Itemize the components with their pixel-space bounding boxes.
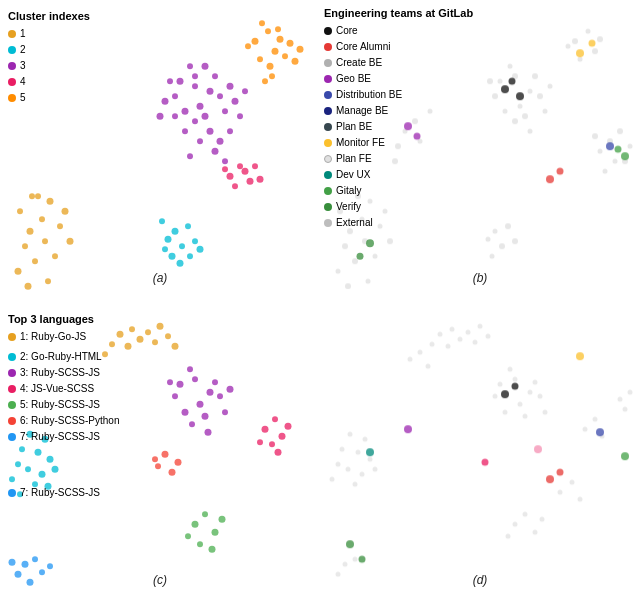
svg-point-17 <box>179 243 185 249</box>
svg-point-246 <box>583 426 588 431</box>
svg-point-67 <box>272 48 279 55</box>
svg-point-247 <box>593 416 598 421</box>
svg-point-269 <box>557 468 564 475</box>
svg-point-66 <box>265 28 271 34</box>
svg-point-223 <box>486 333 491 338</box>
svg-point-130 <box>613 159 618 164</box>
svg-point-205 <box>169 468 176 475</box>
svg-point-233 <box>353 481 358 486</box>
svg-point-271 <box>596 428 604 436</box>
svg-point-113 <box>548 84 553 89</box>
svg-point-259 <box>426 363 431 368</box>
svg-point-274 <box>359 555 366 562</box>
svg-point-264 <box>628 389 633 394</box>
svg-point-0 <box>27 228 34 235</box>
svg-point-47 <box>237 113 243 119</box>
svg-point-154 <box>125 342 132 349</box>
svg-point-225 <box>340 446 345 451</box>
svg-point-252 <box>506 533 511 538</box>
svg-point-188 <box>205 428 212 435</box>
svg-point-110 <box>522 113 528 119</box>
svg-point-178 <box>197 400 204 407</box>
svg-point-40 <box>192 118 198 124</box>
svg-point-41 <box>207 128 214 135</box>
svg-point-179 <box>212 379 218 385</box>
svg-point-65 <box>252 38 259 45</box>
svg-point-145 <box>589 40 596 47</box>
svg-point-95 <box>493 229 498 234</box>
svg-point-28 <box>192 73 198 79</box>
svg-point-75 <box>269 73 275 79</box>
svg-point-89 <box>373 254 378 259</box>
svg-point-69 <box>277 36 284 43</box>
svg-point-270 <box>404 425 412 433</box>
svg-point-14 <box>67 238 74 245</box>
panel-a-label: (a) <box>153 271 168 285</box>
legend-a-item-1: 2 <box>8 42 90 58</box>
legend-a-item-0: 1 <box>8 26 90 42</box>
svg-point-228 <box>363 436 368 441</box>
legend-b-item-4: Distribution BE <box>324 87 473 103</box>
main-grid: Cluster indexes 1 2 3 4 5 (a) <box>0 0 640 605</box>
svg-point-176 <box>207 388 214 395</box>
svg-point-11 <box>62 208 69 215</box>
svg-point-71 <box>267 63 274 70</box>
panel-c-label: (c) <box>153 573 167 587</box>
svg-point-213 <box>47 563 53 569</box>
legend-c-item-7: 7: Ruby-SCSS-JS <box>8 485 120 501</box>
svg-point-70 <box>245 43 251 49</box>
svg-point-133 <box>592 133 598 139</box>
svg-point-117 <box>586 29 591 34</box>
svg-point-58 <box>237 163 243 169</box>
svg-point-174 <box>177 380 184 387</box>
svg-point-206 <box>152 456 158 462</box>
svg-point-134 <box>628 144 633 149</box>
svg-point-216 <box>450 326 455 331</box>
svg-point-237 <box>528 389 533 394</box>
svg-point-235 <box>498 381 503 386</box>
svg-point-26 <box>197 246 204 253</box>
svg-point-8 <box>25 283 32 290</box>
svg-point-198 <box>212 528 219 535</box>
svg-point-265 <box>623 406 628 411</box>
svg-point-31 <box>197 103 204 110</box>
svg-point-7 <box>57 223 63 229</box>
legend-b-item-3: Geo BE <box>324 71 473 87</box>
svg-point-251 <box>533 529 538 534</box>
svg-point-72 <box>282 53 288 59</box>
svg-point-20 <box>169 253 176 260</box>
svg-point-59 <box>247 178 254 185</box>
scatter-d <box>320 303 640 606</box>
svg-point-36 <box>202 113 209 120</box>
legend-c-item-2: 3: Ruby-SCSS-JS <box>8 365 120 381</box>
svg-point-151 <box>129 326 135 332</box>
svg-point-105 <box>518 104 523 109</box>
svg-point-6 <box>42 238 48 244</box>
legend-b-item-11: Verify <box>324 199 473 215</box>
svg-point-44 <box>197 138 203 144</box>
svg-point-243 <box>508 366 513 371</box>
svg-point-131 <box>617 128 623 134</box>
legend-b-item-9: Dev UX <box>324 167 473 183</box>
svg-point-29 <box>207 88 214 95</box>
legend-b-item-1: Core Alumni <box>324 39 473 55</box>
svg-point-204 <box>155 463 161 469</box>
svg-point-63 <box>222 166 228 172</box>
svg-point-35 <box>187 63 193 69</box>
svg-point-46 <box>182 128 188 134</box>
svg-point-197 <box>202 511 208 517</box>
panel-d-label: (d) <box>473 573 488 587</box>
svg-point-207 <box>175 458 182 465</box>
svg-point-118 <box>592 48 598 54</box>
svg-point-78 <box>297 46 304 53</box>
svg-point-49 <box>227 128 233 134</box>
svg-point-120 <box>597 36 603 42</box>
svg-point-68 <box>257 56 263 62</box>
svg-point-34 <box>217 93 223 99</box>
svg-point-25 <box>162 246 168 252</box>
svg-point-261 <box>570 479 575 484</box>
svg-point-263 <box>618 396 623 401</box>
svg-point-256 <box>336 571 341 576</box>
svg-point-153 <box>145 329 151 335</box>
svg-point-273 <box>346 540 354 548</box>
